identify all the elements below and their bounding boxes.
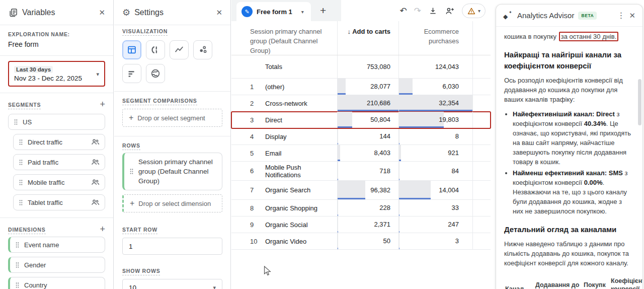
table-chart-icon [126,44,137,55]
advisor-paragraph: Ось розподіл коефіцієнтів конверсії від … [504,76,633,104]
rows-dimension-chip[interactable]: Session primary channel group (Default C… [122,153,222,190]
gear-icon: ⚙ [122,7,130,18]
start-row-label: START ROW [122,227,157,233]
variables-panel: Variables ✕ EXPLORATION NAME: Free form … [0,0,114,289]
start-row-value: 1 [129,243,133,250]
metric-value: 19,803 [399,112,472,128]
pencil-icon: ✎ [242,6,253,17]
drag-handle-icon [15,262,20,268]
new-tab-button[interactable]: + [320,5,326,17]
channel-name: Display [265,133,287,140]
row-number: 2 [250,100,265,107]
viz-geo-button[interactable] [146,64,165,83]
warning-menu-button[interactable]: ▾ [462,4,486,18]
segment-label: Paid traffic [28,159,87,166]
viz-table-button[interactable] [122,40,141,59]
channel-name: Organic Search [265,186,310,194]
close-advisor-icon[interactable]: ✕ [629,12,635,19]
table-row[interactable]: 7Organic Search 96,382 14,004 [231,181,491,200]
add-to-carts-column-header[interactable]: ↓ Add to carts [337,21,398,55]
redo-icon[interactable]: ↷ [414,6,421,16]
table-row[interactable]: 5Email 8,403 921 [231,145,491,162]
table-row[interactable]: 4Display 144 8 [231,128,491,145]
advisor-title: Analytics Advisor [517,11,574,20]
ecommerce-purchases-column-header[interactable]: Ecommerce purchases [398,21,473,55]
undo-icon[interactable]: ↶ [399,6,407,16]
metric-value: 3 [399,233,472,249]
dimension-chip-event-name[interactable]: Event name [8,237,105,253]
row-number: 5 [250,150,265,157]
viz-bar-button[interactable] [122,64,141,83]
metric-value: 84 [399,162,472,180]
row-number: 7 [250,186,265,194]
segment-label: US [23,118,100,126]
dimensions-list: Event name Gender Country Device categor… [0,237,113,289]
dimension-column-header[interactable]: Session primary channel group (Default C… [231,21,337,55]
chevron-down-icon: ▾ [301,9,304,15]
segment-chip-tablet-traffic[interactable]: Tablet traffic [13,194,105,210]
close-variables-icon[interactable]: ✕ [99,9,105,16]
close-settings-icon[interactable]: ✕ [216,9,222,16]
sort-arrow-icon: ↓ [348,28,351,35]
table-row[interactable]: 8Organic Shopping 228 33 [231,200,491,216]
channel-name: Email [265,150,282,157]
plus-icon: + [130,199,134,208]
table-row[interactable]: 2Cross-network 210,686 32,354 [231,95,491,112]
download-icon[interactable] [428,6,438,16]
add-dimension-button[interactable]: + [100,224,105,235]
advisor-col-channel: Канал [505,285,531,289]
table-row[interactable]: 10Organic Video 50 3 [231,233,491,250]
metric-value: 228 [338,200,398,216]
viz-donut-button[interactable] [146,40,165,59]
drag-handle-icon [14,119,18,125]
dimension-chip-country[interactable]: Country [8,277,105,289]
row-number: 6 [250,167,265,175]
dropzone-label: Drop or select dimension [138,200,211,207]
segment-comparisons-dropzone[interactable]: + Drop or select segment [122,109,222,127]
viz-line-button[interactable] [170,40,189,59]
metric-value: 921 [399,145,472,161]
chevron-down-icon: ▾ [96,70,99,77]
date-range-selector[interactable]: Last 30 days Nov 23 - Dec 22, 2025 ▾ [8,61,105,87]
advisor-heading-detail: Детальний огляд за каналами [504,224,633,235]
row-number: 8 [250,204,265,212]
dimension-label: Country [24,281,100,289]
people-icon [91,138,100,146]
channel-name: Organic Shopping [265,204,317,212]
segment-chip-direct-traffic[interactable]: Direct traffic [13,134,105,150]
dimension-chip-gender[interactable]: Gender [8,257,105,273]
drag-handle-icon [19,199,23,206]
advisor-col-rate: Коефіцієнт конверсії (%) [611,277,643,289]
exploration-name-value[interactable]: Free form [8,40,105,48]
advisor-bullet-list: Найефективніший канал: Direct з коефіціє… [513,109,633,216]
share-add-user-icon[interactable] [445,6,455,16]
show-rows-select[interactable]: 10 ▾ [122,279,222,289]
totals-label: Totals [265,63,282,70]
advisor-bullet-worst: Найменш ефективний канал: SMS з коефіціє… [513,168,633,216]
segment-chip-us[interactable]: US [8,114,105,130]
more-options-icon[interactable]: ⋮ [617,11,625,20]
analytics-advisor-panel: ◆ ✦ Analytics Advisor BETA ⋮ ✕ кошика в … [496,4,643,289]
table-row[interactable]: 1(other) 28,077 6,030 [231,79,491,95]
date-range-value: Nov 23 - Dec 22, 2025 [14,75,99,82]
segment-chip-mobile-traffic[interactable]: Mobile traffic [13,174,105,190]
segment-label: Tablet traffic [28,199,87,206]
start-row-input[interactable]: 1 [122,238,222,255]
drag-handle-icon [19,159,23,166]
rows-label: ROWS [122,142,140,149]
metric-value: 96,382 [338,181,398,199]
viz-scatter-button[interactable] [193,40,212,59]
settings-panel-title: Settings [134,8,212,17]
channel-name: Direct [265,116,282,124]
tab-free-form-1[interactable]: ✎ Free form 1 ▾ [236,2,311,21]
drag-handle-icon [15,282,20,288]
advisor-scrollbar[interactable] [638,79,641,125]
segment-chip-paid-traffic[interactable]: Paid traffic [13,154,105,170]
rows-dropzone[interactable]: + Drop or select dimension [122,194,222,212]
add-segment-button[interactable]: + [100,99,105,110]
segment-label: Direct traffic [28,138,87,146]
table-row[interactable]: 6Mobile Push Notifications 718 84 [231,162,491,181]
metric-value: 50 [338,233,398,249]
table-row[interactable]: 9Organic Social 2,371 247 [231,216,491,233]
table-row-highlighted[interactable]: 3Direct 50,804 19,803 [231,112,491,128]
